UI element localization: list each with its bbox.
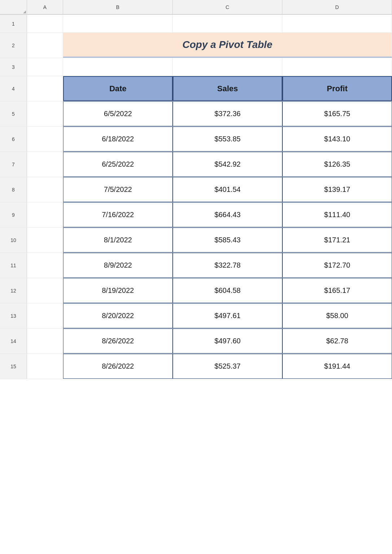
row-header-4: 4 — [0, 76, 27, 101]
cell-a5[interactable] — [27, 101, 63, 126]
title-cell: Copy a Pivot Table — [63, 33, 392, 58]
cell-b7[interactable]: 6/25/2022 — [63, 152, 173, 177]
row-7: 7 6/25/2022 $542.92 $126.35 — [0, 152, 392, 177]
cell-d15[interactable]: $191.44 — [282, 354, 392, 379]
cell-c11[interactable]: $322.78 — [173, 253, 282, 278]
cell-d1[interactable] — [282, 15, 392, 32]
row-header-8: 8 — [0, 177, 27, 202]
cell-c3[interactable] — [173, 58, 282, 76]
row-4-table-headers: 4 Date Sales Profit — [0, 76, 392, 101]
cell-c15[interactable]: $525.37 — [173, 354, 282, 379]
cell-a9[interactable] — [27, 202, 63, 227]
row-header-5: 5 — [0, 101, 27, 126]
row-header-14: 14 — [0, 329, 27, 353]
cell-a3[interactable] — [27, 58, 63, 76]
header-sales: Sales — [173, 76, 282, 101]
cell-d8[interactable]: $139.17 — [282, 177, 392, 202]
corner-cell — [0, 0, 27, 14]
cell-a11[interactable] — [27, 253, 63, 278]
cell-b9[interactable]: 7/16/2022 — [63, 202, 173, 227]
cell-d5[interactable]: $165.75 — [282, 101, 392, 126]
row-5: 5 6/5/2022 $372.36 $165.75 — [0, 101, 392, 127]
col-header-a: A — [27, 0, 63, 14]
row-2: 2 Copy a Pivot Table — [0, 33, 392, 58]
cell-b8[interactable]: 7/5/2022 — [63, 177, 173, 202]
cell-a4[interactable] — [27, 76, 63, 101]
cell-a6[interactable] — [27, 127, 63, 151]
cell-b1[interactable] — [63, 15, 173, 32]
row-header-6: 6 — [0, 127, 27, 151]
row-9: 9 7/16/2022 $664.43 $111.40 — [0, 202, 392, 228]
row-8: 8 7/5/2022 $401.54 $139.17 — [0, 177, 392, 202]
cell-c10[interactable]: $585.43 — [173, 228, 282, 252]
header-profit: Profit — [282, 76, 392, 101]
cell-d10[interactable]: $171.21 — [282, 228, 392, 252]
cell-b15[interactable]: 8/26/2022 — [63, 354, 173, 379]
row-header-11: 11 — [0, 253, 27, 278]
cell-b12[interactable]: 8/19/2022 — [63, 278, 173, 303]
cell-d13[interactable]: $58.00 — [282, 303, 392, 328]
cell-c5[interactable]: $372.36 — [173, 101, 282, 126]
cell-b14[interactable]: 8/26/2022 — [63, 329, 173, 353]
col-header-c: C — [173, 0, 282, 14]
cell-b13[interactable]: 8/20/2022 — [63, 303, 173, 328]
cell-a7[interactable] — [27, 152, 63, 177]
row-header-10: 10 — [0, 228, 27, 252]
cell-a15[interactable] — [27, 354, 63, 379]
cell-d9[interactable]: $111.40 — [282, 202, 392, 227]
cell-c12[interactable]: $604.58 — [173, 278, 282, 303]
cell-a2[interactable] — [27, 33, 63, 58]
cell-c9[interactable]: $664.43 — [173, 202, 282, 227]
row-12: 12 8/19/2022 $604.58 $165.17 — [0, 278, 392, 303]
cell-c14[interactable]: $497.60 — [173, 329, 282, 353]
cell-c13[interactable]: $497.61 — [173, 303, 282, 328]
cell-d3[interactable] — [282, 58, 392, 76]
row-14: 14 8/26/2022 $497.60 $62.78 — [0, 329, 392, 354]
cell-b3[interactable] — [63, 58, 173, 76]
row-6: 6 6/18/2022 $553.85 $143.10 — [0, 127, 392, 152]
cell-b11[interactable]: 8/9/2022 — [63, 253, 173, 278]
cell-d6[interactable]: $143.10 — [282, 127, 392, 151]
row-header-1: 1 — [0, 15, 27, 32]
cell-d14[interactable]: $62.78 — [282, 329, 392, 353]
cell-c8[interactable]: $401.54 — [173, 177, 282, 202]
cell-a12[interactable] — [27, 278, 63, 303]
cell-a1[interactable] — [27, 15, 63, 32]
row-10: 10 8/1/2022 $585.43 $171.21 — [0, 228, 392, 253]
cell-d12[interactable]: $165.17 — [282, 278, 392, 303]
row-15: 15 8/26/2022 $525.37 $191.44 — [0, 354, 392, 379]
col-header-b: B — [63, 0, 173, 14]
row-header-13: 13 — [0, 303, 27, 328]
row-header-3: 3 — [0, 58, 27, 76]
cell-a10[interactable] — [27, 228, 63, 252]
cell-d7[interactable]: $126.35 — [282, 152, 392, 177]
row-header-15: 15 — [0, 354, 27, 379]
row-1: 1 — [0, 15, 392, 33]
column-headers: A B C D — [0, 0, 392, 15]
spreadsheet: A B C D 1 2 Copy a Pivot Table 3 4 Date … — [0, 0, 392, 554]
row-header-7: 7 — [0, 152, 27, 177]
row-13: 13 8/20/2022 $497.61 $58.00 — [0, 303, 392, 329]
row-11: 11 8/9/2022 $322.78 $172.70 — [0, 253, 392, 278]
cell-b5[interactable]: 6/5/2022 — [63, 101, 173, 126]
cell-a13[interactable] — [27, 303, 63, 328]
col-header-d: D — [282, 0, 392, 14]
cell-a8[interactable] — [27, 177, 63, 202]
row-header-9: 9 — [0, 202, 27, 227]
header-date: Date — [63, 76, 173, 101]
row-header-2: 2 — [0, 33, 27, 58]
row-3: 3 — [0, 58, 392, 76]
cell-c6[interactable]: $553.85 — [173, 127, 282, 151]
cell-b10[interactable]: 8/1/2022 — [63, 228, 173, 252]
cell-c7[interactable]: $542.92 — [173, 152, 282, 177]
row-header-12: 12 — [0, 278, 27, 303]
cell-c1[interactable] — [173, 15, 282, 32]
cell-b6[interactable]: 6/18/2022 — [63, 127, 173, 151]
cell-a14[interactable] — [27, 329, 63, 353]
cell-d11[interactable]: $172.70 — [282, 253, 392, 278]
